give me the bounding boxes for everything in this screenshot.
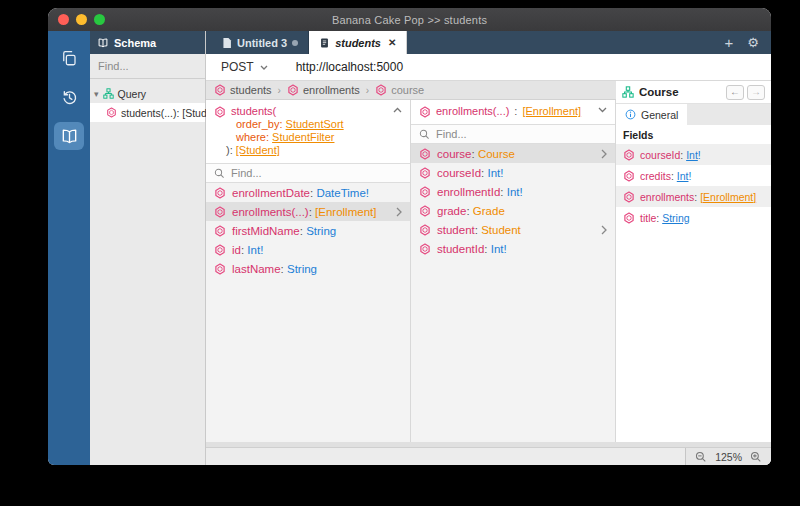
url-field[interactable]: http://localhost:5000	[296, 60, 403, 74]
collapse-chevron-down-icon[interactable]	[598, 107, 607, 113]
tree-node-query[interactable]: ▾ Query	[90, 84, 205, 103]
find-input[interactable]: Find...	[206, 164, 410, 183]
new-tab-button[interactable]: +	[725, 35, 734, 50]
settings-gear-icon[interactable]: ⚙	[747, 36, 759, 49]
inspector-tabs: General	[616, 104, 771, 125]
info-icon	[625, 109, 636, 120]
book-icon	[60, 127, 79, 146]
type-hexagon-icon	[106, 107, 117, 118]
type-link-student[interactable]: [Student]	[236, 144, 280, 156]
type-link-studentfilter[interactable]: StudentFilter	[272, 131, 334, 143]
activity-bar	[48, 31, 90, 465]
chevron-right-icon	[601, 149, 607, 159]
sidebar-item-schema-reference[interactable]	[54, 122, 84, 150]
type-hexagon-icon	[214, 187, 226, 199]
zoom-window-button[interactable]	[94, 14, 105, 25]
close-window-button[interactable]	[58, 14, 69, 25]
inspector-header: Course ← →	[616, 81, 771, 104]
zoom-out-icon[interactable]	[695, 451, 707, 463]
type-hexagon-icon	[623, 170, 635, 182]
field-column-enrollments: enrollments(...): [Enrollment]	[411, 100, 616, 442]
field-row-enrollments[interactable]: enrollments(...): [Enrollment]	[206, 202, 410, 221]
type-link-int[interactable]: Int	[686, 149, 698, 161]
type-hexagon-icon	[375, 84, 387, 96]
type-link-enrollment[interactable]: [Enrollment]	[522, 105, 581, 118]
type-hexagon-icon	[623, 149, 635, 161]
titlebar: Banana Cake Pop >> students	[48, 8, 771, 31]
type-link-int[interactable]: Int	[677, 170, 689, 182]
field-row-firstMidName[interactable]: firstMidName: String	[206, 221, 410, 240]
type-hexagon-icon	[623, 191, 635, 203]
field-row-course[interactable]: course: Course	[411, 144, 615, 163]
search-icon	[419, 129, 430, 140]
chevron-right-icon	[396, 207, 402, 217]
object-type-icon	[103, 88, 114, 99]
tab-general[interactable]: General	[616, 104, 687, 125]
method-dropdown[interactable]: POST	[221, 60, 268, 74]
inspector-field-row-title[interactable]: title: String	[616, 207, 771, 228]
zoom-level: 125%	[715, 451, 742, 463]
tab-untitled-3[interactable]: Untitled 3	[212, 31, 309, 54]
back-arrow-button[interactable]: ←	[726, 85, 744, 100]
collapse-chevron-up-icon[interactable]	[393, 107, 402, 113]
type-hexagon-icon	[419, 148, 431, 160]
schema-panel-title: Schema	[114, 37, 156, 49]
breadcrumb-separator: ›	[277, 85, 282, 96]
zoom-in-icon[interactable]	[750, 451, 762, 463]
type-link-enrollment[interactable]: [Enrollment]	[700, 191, 756, 203]
inspector-field-row-credits[interactable]: credits: Int!	[616, 165, 771, 186]
file-icon	[222, 37, 232, 49]
field-row-lastName[interactable]: lastName: String	[206, 259, 410, 278]
type-hexagon-icon	[419, 106, 431, 118]
sidebar-item-documents[interactable]	[54, 44, 84, 72]
field-row-studentId[interactable]: studentId: Int!	[411, 239, 615, 258]
field-row-enrollmentId[interactable]: enrollmentId: Int!	[411, 182, 615, 201]
breadcrumb-item-students[interactable]: students	[214, 84, 272, 96]
chevron-down-icon	[260, 65, 268, 70]
field-row-id[interactable]: id: Int!	[206, 240, 410, 259]
type-hexagon-icon	[214, 263, 226, 275]
type-hexagon-icon	[419, 205, 431, 217]
close-tab-icon[interactable]: ✕	[388, 37, 396, 48]
inspector-field-list: courseId: Int! credits: Int! enrollments…	[616, 144, 771, 228]
type-link-string[interactable]: String	[662, 212, 689, 224]
schema-panel-header: Schema	[90, 31, 205, 54]
column-header-enrollments: enrollments(...): [Enrollment]	[411, 100, 615, 125]
type-hexagon-icon	[419, 243, 431, 255]
tab-students[interactable]: students ✕	[309, 31, 407, 54]
field-row-student[interactable]: student: Student	[411, 220, 615, 239]
column-header-students: students( order_by: StudentSort where: S…	[206, 100, 410, 164]
history-icon	[60, 88, 79, 107]
app-window: Banana Cake Pop >> students	[48, 8, 771, 465]
document-icon	[319, 37, 330, 49]
field-row-grade[interactable]: grade: Grade	[411, 201, 615, 220]
zoom-controls: 125%	[685, 448, 771, 465]
schema-find-input[interactable]: Find...	[90, 54, 205, 79]
type-inspector-panel: Course ← → General	[616, 81, 771, 442]
sidebar-item-history[interactable]	[54, 83, 84, 111]
inspector-field-row-courseId[interactable]: courseId: Int!	[616, 144, 771, 165]
type-hexagon-icon	[419, 167, 431, 179]
type-hexagon-icon	[419, 224, 431, 236]
breadcrumb-item-enrollments[interactable]: enrollments	[287, 84, 360, 96]
chevron-right-icon	[601, 225, 607, 235]
tree-node-label: Query	[118, 88, 147, 100]
minimize-window-button[interactable]	[76, 14, 87, 25]
fields-section-title: Fields	[616, 125, 771, 144]
chevron-down-icon: ▾	[94, 89, 99, 99]
field-row-enrollmentDate[interactable]: enrollmentDate: DateTime!	[206, 183, 410, 202]
type-hexagon-icon	[623, 212, 635, 224]
tree-node-students[interactable]: students(...): [Student]	[90, 103, 205, 122]
request-bar: POST http://localhost:5000	[206, 54, 771, 81]
schema-explorer: students› enrollments› course	[206, 81, 616, 442]
find-input[interactable]: Find...	[411, 125, 615, 144]
type-hexagon-icon	[214, 206, 226, 218]
field-row-courseId[interactable]: courseId: Int!	[411, 163, 615, 182]
forward-arrow-button[interactable]: →	[747, 85, 765, 100]
book-icon	[97, 37, 109, 49]
window-title: Banana Cake Pop >> students	[332, 14, 487, 26]
inspector-field-row-enrollments[interactable]: enrollments: [Enrollment]	[616, 186, 771, 207]
breadcrumb-item-course[interactable]: course	[375, 84, 424, 96]
breadcrumb-separator: ›	[365, 85, 370, 96]
type-link-studentsort[interactable]: StudentSort	[286, 118, 344, 130]
